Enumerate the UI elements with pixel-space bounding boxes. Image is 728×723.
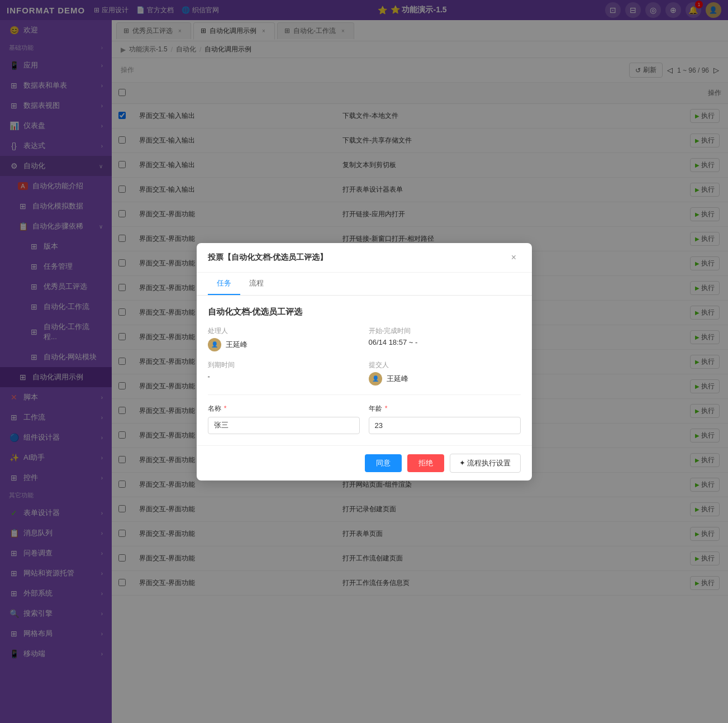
handler-avatar: 👤 [208, 338, 221, 351]
agree-button[interactable]: 同意 [365, 454, 402, 472]
reject-button[interactable]: 拒绝 [407, 454, 444, 472]
submitter-info: 提交人 👤 王延峰 [369, 360, 521, 386]
deadline-info: 到期时间 - [208, 360, 360, 386]
modal-title: 投票【自动化文档-优选员工评选】 [208, 253, 328, 263]
modal-body: 自动化文档-优选员工评选 处理人 👤 王延峰 开始-完成时间 06/14 18:… [197, 296, 532, 445]
modal-info-grid: 处理人 👤 王延峰 开始-完成时间 06/14 18:57 ~ - 到期时间 -… [208, 326, 521, 386]
modal-header: 投票【自动化文档-优选员工评选】 × [197, 243, 532, 273]
deadline-value: - [208, 372, 360, 380]
field-name-input[interactable] [208, 417, 360, 434]
modal-dialog: 投票【自动化文档-优选员工评选】 × 任务 流程 自动化文档-优选员工评选 处理… [197, 243, 532, 481]
start-end-value: 06/14 18:57 ~ - [369, 338, 521, 346]
start-end-label: 开始-完成时间 [369, 326, 521, 336]
flow-settings-button[interactable]: ✦ 流程执行设置 [450, 454, 521, 473]
submitter-label: 提交人 [369, 360, 521, 370]
form-field-age: 年龄 * [369, 404, 521, 434]
modal-tab-flow[interactable]: 流程 [240, 273, 273, 295]
divider [208, 394, 521, 395]
required-star-1: * [224, 405, 227, 412]
modal-overlay[interactable]: 投票【自动化文档-优选员工评选】 × 任务 流程 自动化文档-优选员工评选 处理… [0, 0, 728, 723]
handler-label: 处理人 [208, 326, 360, 336]
modal-section-title: 自动化文档-优选员工评选 [208, 307, 521, 317]
submitter-avatar: 👤 [369, 372, 382, 386]
handler-value: 👤 王延峰 [208, 338, 360, 351]
field-age-label: 年龄 * [369, 404, 521, 413]
modal-close-btn[interactable]: × [507, 251, 521, 264]
modal-tab-task[interactable]: 任务 [208, 273, 240, 295]
field-name-label: 名称 * [208, 404, 360, 413]
modal-tabs: 任务 流程 [197, 273, 532, 296]
modal-footer: 同意 拒绝 ✦ 流程执行设置 [197, 445, 532, 481]
submitter-value: 👤 王延峰 [369, 372, 521, 386]
handler-info: 处理人 👤 王延峰 [208, 326, 360, 351]
form-row: 名称 * 年龄 * [208, 404, 521, 434]
field-age-input[interactable] [369, 417, 521, 434]
deadline-label: 到期时间 [208, 360, 360, 370]
required-star-2: * [385, 405, 388, 412]
submitter-name: 王延峰 [387, 374, 408, 384]
form-field-name: 名称 * [208, 404, 360, 434]
start-end-info: 开始-完成时间 06/14 18:57 ~ - [369, 326, 521, 351]
handler-name: 王延峰 [226, 340, 248, 350]
